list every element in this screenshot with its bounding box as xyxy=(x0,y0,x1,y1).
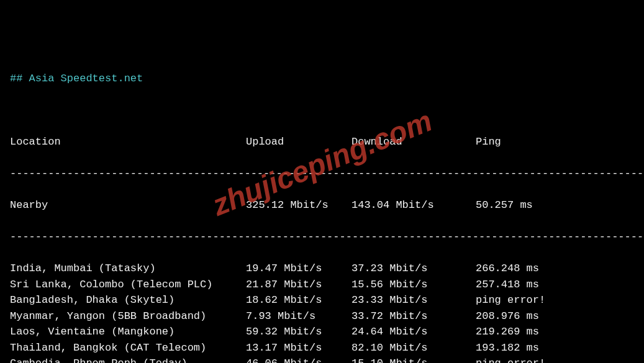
cell-upload: 19.47 Mbit/s xyxy=(246,261,351,277)
cell-location: Nearby xyxy=(10,197,246,213)
table-row: Cambodia, Phnom Penh (Today)46.06 Mbit/s… xyxy=(10,356,634,363)
header-download: Download xyxy=(351,134,476,150)
table-row: Laos, Vientaine (Mangkone)59.32 Mbit/s24… xyxy=(10,324,634,340)
cell-location: India, Mumbai (Tatasky) xyxy=(10,261,246,277)
cell-upload: 7.93 Mbit/s xyxy=(246,308,351,325)
cell-download: 37.23 Mbit/s xyxy=(351,261,476,277)
cell-ping: 208.976 ms xyxy=(476,308,539,325)
cell-ping: 193.182 ms xyxy=(476,340,539,356)
cell-download: 24.64 Mbit/s xyxy=(351,324,476,340)
cell-location: Cambodia, Phnom Penh (Today) xyxy=(10,356,246,363)
cell-location: Laos, Vientaine (Mangkone) xyxy=(10,324,246,340)
table-row: Myanmar, Yangon (5BB Broadband)7.93 Mbit… xyxy=(10,308,634,325)
table-row: India, Mumbai (Tatasky)19.47 Mbit/s37.23… xyxy=(10,261,634,277)
header-upload: Upload xyxy=(246,134,351,150)
cell-upload: 21.87 Mbit/s xyxy=(246,277,351,293)
cell-download: 143.04 Mbit/s xyxy=(351,197,476,213)
results-body: India, Mumbai (Tatasky)19.47 Mbit/s37.23… xyxy=(10,261,634,363)
cell-location: Bangladesh, Dhaka (Skytel) xyxy=(10,292,246,308)
cell-ping: 266.248 ms xyxy=(476,261,539,277)
divider-line: ----------------------------------------… xyxy=(10,166,634,182)
header-row: LocationUploadDownloadPing xyxy=(10,134,634,150)
cell-upload: 46.06 Mbit/s xyxy=(246,356,351,363)
cell-location: Thailand, Bangkok (CAT Telecom) xyxy=(10,340,246,356)
cell-upload: 325.12 Mbit/s xyxy=(246,197,351,213)
cell-download: 15.10 Mbit/s xyxy=(351,356,476,363)
cell-download: 82.10 Mbit/s xyxy=(351,340,476,356)
cell-ping: ping error! xyxy=(476,292,545,308)
cell-download: 33.72 Mbit/s xyxy=(351,308,476,325)
blank-line xyxy=(10,102,634,119)
cell-upload: 59.32 Mbit/s xyxy=(246,324,351,340)
table-row: Sri Lanka, Colombo (Telecom PLC)21.87 Mb… xyxy=(10,277,634,293)
cell-upload: 18.62 Mbit/s xyxy=(246,292,351,308)
cell-ping: ping error! xyxy=(476,356,545,363)
cell-upload: 13.17 Mbit/s xyxy=(246,340,351,356)
table-row: Bangladesh, Dhaka (Skytel)18.62 Mbit/s23… xyxy=(10,292,634,308)
divider-line: ----------------------------------------… xyxy=(10,229,634,245)
section-title: ## Asia Speedtest.net xyxy=(10,71,634,87)
cell-download: 23.33 Mbit/s xyxy=(351,292,476,308)
table-row: Thailand, Bangkok (CAT Telecom)13.17 Mbi… xyxy=(10,340,634,356)
cell-ping: 257.418 ms xyxy=(476,277,539,293)
cell-download: 15.56 Mbit/s xyxy=(351,277,476,293)
nearby-row: Nearby325.12 Mbit/s143.04 Mbit/s50.257 m… xyxy=(10,197,634,213)
cell-location: Sri Lanka, Colombo (Telecom PLC) xyxy=(10,277,246,293)
header-location: Location xyxy=(10,134,246,150)
cell-ping: 219.269 ms xyxy=(476,324,539,340)
cell-location: Myanmar, Yangon (5BB Broadband) xyxy=(10,308,246,325)
cell-ping: 50.257 ms xyxy=(476,197,533,213)
header-ping: Ping xyxy=(476,134,501,150)
